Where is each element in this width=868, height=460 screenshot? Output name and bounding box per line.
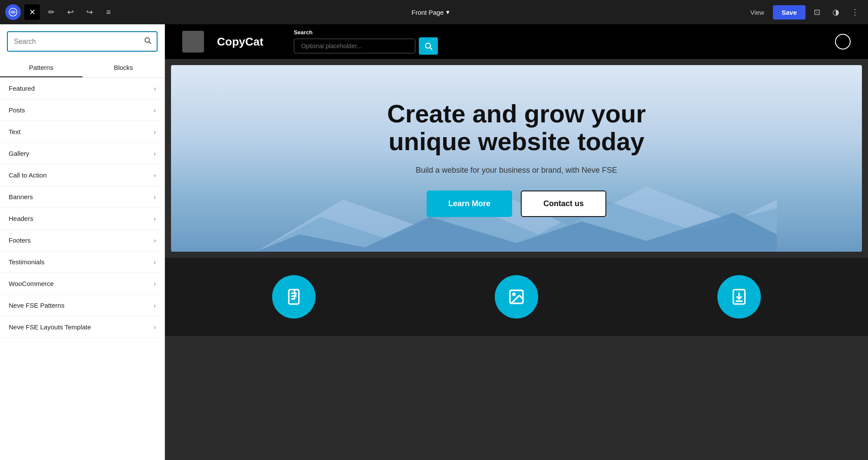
lightning-circle-icon [272,275,316,319]
category-headers[interactable]: Headers › [0,208,164,230]
hero-buttons: Learn More Contact us [427,191,606,217]
tab-blocks[interactable]: Blocks [82,59,165,77]
chevron-right-icon: › [154,215,156,222]
header-search-label: Search [294,29,438,36]
tabs-row: Patterns Blocks [0,59,164,78]
tab-patterns[interactable]: Patterns [0,59,82,77]
save-button[interactable]: Save [773,5,806,20]
preview-header: CopyCat Search [165,24,868,59]
chevron-right-icon: › [154,107,156,114]
undo-button[interactable]: ↩ [62,4,78,20]
header-search-row [294,37,438,55]
chevron-right-icon: › [154,280,156,287]
bottom-section [165,258,868,336]
category-posts[interactable]: Posts › [0,99,164,121]
close-button[interactable]: ✕ [24,4,40,20]
preview-area: CopyCat Search [165,24,868,460]
layout-icon[interactable]: ⊡ [809,4,825,20]
chevron-right-icon: › [154,128,156,135]
category-list: Featured › Posts › Text › Gallery › Call… [0,78,164,460]
header-search-input[interactable] [294,39,415,53]
search-area [0,24,164,59]
chevron-right-icon: › [154,85,156,92]
download-circle-icon [717,275,761,319]
chevron-right-icon: › [154,237,156,244]
search-input[interactable] [8,33,138,50]
category-neve-fse-layouts[interactable]: Neve FSE Layouts Template › [0,316,164,338]
category-gallery[interactable]: Gallery › [0,143,164,164]
site-logo [182,31,204,53]
category-featured[interactable]: Featured › [0,78,164,99]
contrast-icon[interactable]: ◑ [828,4,844,20]
category-banners[interactable]: Banners › [0,186,164,208]
learn-more-button[interactable]: Learn More [427,191,512,217]
category-text[interactable]: Text › [0,121,164,143]
category-woocommerce[interactable]: WooCommerce › [0,273,164,295]
chevron-right-icon: › [154,150,156,157]
sidebar: Patterns Blocks Featured › Posts › Text … [0,24,165,460]
category-footers[interactable]: Footers › [0,230,164,251]
chevron-right-icon: › [154,172,156,179]
view-button[interactable]: View [745,6,769,19]
category-call-to-action[interactable]: Call to Action › [0,164,164,186]
category-testimonials[interactable]: Testimonials › [0,251,164,273]
toolbar-right: View Save ⊡ ◑ ⋮ [745,4,863,20]
pencil-icon[interactable]: ✏ [43,4,59,20]
hero-section: Create and grow your unique website toda… [171,65,862,252]
main-layout: Patterns Blocks Featured › Posts › Text … [0,24,868,460]
chevron-right-icon: › [154,324,156,331]
svg-line-2 [149,42,151,43]
header-circle-icon [835,34,851,49]
site-name: CopyCat [217,35,263,49]
header-search-button[interactable] [419,37,438,55]
contact-us-button[interactable]: Contact us [521,191,606,217]
chevron-right-icon: › [154,259,156,266]
redo-button[interactable]: ↪ [82,4,97,20]
category-neve-fse-patterns[interactable]: Neve FSE Patterns › [0,295,164,316]
toolbar: ✕ ✏ ↩ ↪ ≡ Front Page ▾ View Save ⊡ ◑ ⋮ [0,0,868,24]
search-button[interactable] [138,32,157,51]
hero-subtitle: Build a website for your business or bra… [416,166,617,175]
image-circle-icon [495,275,538,319]
svg-line-4 [430,47,432,49]
hero-title: Create and grow your unique website toda… [354,100,679,155]
chevron-right-icon: › [154,302,156,309]
search-input-wrapper [7,31,158,52]
svg-point-10 [513,293,515,296]
toolbar-title: Front Page ▾ [120,8,742,16]
wp-logo[interactable] [5,4,21,20]
list-icon[interactable]: ≡ [101,4,116,20]
header-search-area: Search [294,29,438,55]
more-options-icon[interactable]: ⋮ [847,4,863,20]
chevron-right-icon: › [154,194,156,200]
